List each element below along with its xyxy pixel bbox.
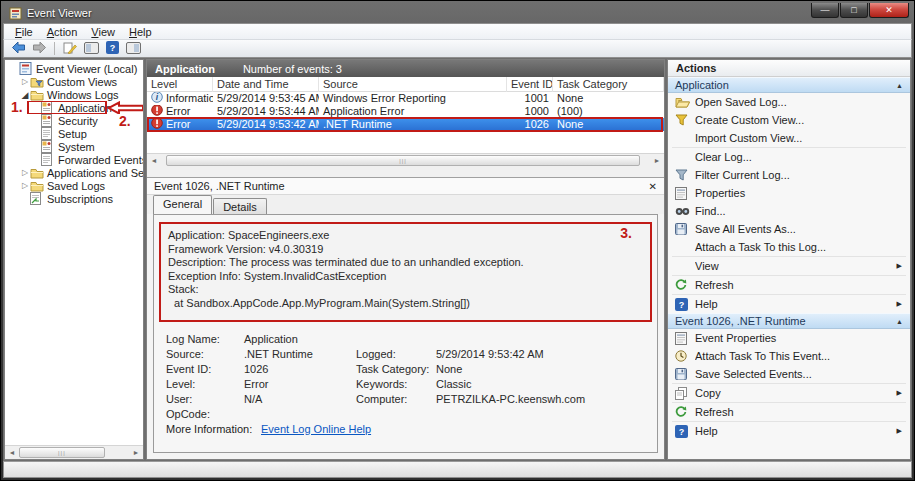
- tree-item-security[interactable]: Security: [5, 114, 143, 127]
- action-help[interactable]: ?Help▶: [668, 295, 910, 313]
- tree-item-label: Custom Views: [45, 76, 117, 88]
- action-filter-current-log[interactable]: Filter Current Log...: [668, 166, 910, 184]
- tree-horizontal-scrollbar[interactable]: ◄ ||| ►: [5, 445, 143, 459]
- tree-scroll-track[interactable]: |||: [19, 446, 129, 459]
- tree-item-label: Subscriptions: [45, 193, 113, 205]
- tree-item-setup[interactable]: Setup: [5, 127, 143, 140]
- toggle-action-pane-button[interactable]: [124, 41, 142, 57]
- event-row-1026[interactable]: Error5/29/2014 9:53:42 AM.NET Runtime102…: [147, 118, 664, 131]
- back-button[interactable]: [9, 41, 27, 57]
- help-button[interactable]: ?: [103, 41, 121, 57]
- action-copy[interactable]: Copy▶: [668, 384, 910, 402]
- forward-button[interactable]: [30, 41, 48, 57]
- action-attach-task-to-this-event[interactable]: Attach Task To This Event...: [668, 347, 910, 365]
- menu-file[interactable]: File: [8, 25, 40, 39]
- log-plain-icon: [41, 153, 56, 166]
- action-open-saved-log[interactable]: Open Saved Log...: [668, 93, 910, 111]
- events-scroll-track[interactable]: |||: [161, 154, 650, 167]
- preview-splitter[interactable]: [147, 167, 664, 177]
- collapse-section-icon[interactable]: ▲: [896, 318, 903, 325]
- menu-action[interactable]: Action: [40, 25, 85, 39]
- svg-text:?: ?: [109, 43, 115, 53]
- action-label: Create Custom View...: [695, 114, 904, 126]
- action-clear-log[interactable]: Clear Log...: [668, 148, 910, 166]
- general-tab-page: 3. Application: SpaceEngineers.exeFramew…: [153, 214, 658, 453]
- action-event-properties[interactable]: Event Properties: [668, 329, 910, 347]
- actions-section-application[interactable]: Application▲: [668, 77, 910, 93]
- collapse-section-icon[interactable]: ▲: [896, 82, 903, 89]
- column-header-event-id[interactable]: Event ID: [507, 77, 553, 92]
- info-circle-icon: i: [151, 92, 163, 105]
- tab-general[interactable]: General: [153, 195, 212, 214]
- close-preview-icon[interactable]: ✕: [649, 181, 657, 192]
- submenu-arrow-icon: ▶: [897, 389, 902, 397]
- maximize-button[interactable]: □: [840, 3, 868, 18]
- action-view[interactable]: View▶: [668, 257, 910, 275]
- tree-item-application[interactable]: Application1.: [5, 101, 143, 114]
- action-refresh[interactable]: Refresh: [668, 403, 910, 421]
- tree-scroll-thumb[interactable]: |||: [19, 447, 105, 458]
- minimize-button[interactable]: —: [811, 3, 839, 18]
- action-properties[interactable]: Properties: [668, 184, 910, 202]
- action-create-custom-view[interactable]: Create Custom View...: [668, 111, 910, 129]
- svg-text:?: ?: [679, 427, 685, 437]
- menubar: FileActionViewHelp: [3, 23, 912, 39]
- action-help[interactable]: ?Help▶: [668, 422, 910, 440]
- tree-item-saved-logs[interactable]: ▷Saved Logs: [5, 179, 143, 192]
- description-line: Description: The process was terminated …: [168, 256, 650, 270]
- column-header-level[interactable]: Level: [147, 77, 213, 92]
- event-level-text: Error: [166, 105, 190, 118]
- funnel-gray-icon: [675, 169, 695, 181]
- tree-item-forwarded-events[interactable]: Forwarded Events: [5, 153, 143, 166]
- scroll-right-arrow-icon[interactable]: ►: [650, 154, 664, 167]
- tree-item-applications-and-services-lo[interactable]: ▷Applications and Services Lo: [5, 166, 143, 179]
- tree-item-subscriptions[interactable]: Subscriptions: [5, 192, 143, 205]
- event-datetime: 5/29/2014 9:53:44 AM: [213, 105, 319, 118]
- field-value: .NET Runtime: [244, 348, 356, 360]
- export-log-button[interactable]: [61, 41, 79, 57]
- titlebar[interactable]: Event Viewer —□✕: [3, 3, 912, 23]
- events-scroll-thumb[interactable]: |||: [166, 155, 640, 166]
- action-attach-a-task-to-this-log[interactable]: Attach a Task To this Log...: [668, 238, 910, 256]
- tree-item-windows-logs[interactable]: ◢Windows Logs: [5, 88, 143, 101]
- expand-icon[interactable]: ▷: [20, 77, 30, 86]
- tab-details[interactable]: Details: [213, 198, 267, 214]
- copy-icon: [675, 387, 695, 400]
- console-tree-panel: Event Viewer (Local)▷Custom Views◢Window…: [4, 59, 144, 460]
- field-label: OpCode:: [166, 408, 244, 420]
- column-header-date-and-time[interactable]: Date and Time: [213, 77, 319, 92]
- tree-item-event-viewer-local-[interactable]: Event Viewer (Local): [5, 62, 143, 75]
- action-label: Open Saved Log...: [695, 96, 904, 108]
- event-row-1001[interactable]: iInformation5/29/2014 9:53:45 AMWindows …: [147, 92, 664, 105]
- action-label: Import Custom View...: [695, 132, 904, 144]
- actions-section-event-1026-net-runtime[interactable]: Event 1026, .NET Runtime▲: [668, 313, 910, 329]
- event-row-1000[interactable]: Error5/29/2014 9:53:44 AMApplication Err…: [147, 105, 664, 118]
- action-refresh[interactable]: Refresh: [668, 276, 910, 294]
- action-label: Properties: [695, 187, 904, 199]
- forward-arrow-icon: [32, 41, 47, 56]
- scroll-right-arrow-icon[interactable]: ►: [129, 446, 143, 459]
- events-horizontal-scrollbar[interactable]: ◄ ||| ►: [147, 153, 664, 167]
- collapse-icon[interactable]: ◢: [20, 90, 30, 100]
- scroll-left-arrow-icon[interactable]: ◄: [147, 154, 161, 167]
- action-save-selected-events[interactable]: Save Selected Events...: [668, 365, 910, 383]
- action-find[interactable]: Find...: [668, 202, 910, 220]
- event-log-online-help-link[interactable]: Event Log Online Help: [261, 423, 371, 435]
- action-import-custom-view[interactable]: Import Custom View...: [668, 129, 910, 147]
- column-header-task-category[interactable]: Task Category: [553, 77, 664, 92]
- scroll-left-arrow-icon[interactable]: ◄: [5, 446, 19, 459]
- event-datetime: 5/29/2014 9:53:45 AM: [213, 92, 319, 105]
- description-line: Framework Version: v4.0.30319: [168, 243, 650, 257]
- menu-view[interactable]: View: [84, 25, 122, 39]
- expand-icon[interactable]: ▷: [20, 181, 30, 190]
- tree-item-custom-views[interactable]: ▷Custom Views: [5, 75, 143, 88]
- expand-icon[interactable]: ▷: [20, 168, 30, 177]
- action-save-all-events-as[interactable]: Save All Events As...: [668, 220, 910, 238]
- column-header-source[interactable]: Source: [319, 77, 507, 92]
- tree-item-system[interactable]: System: [5, 140, 143, 153]
- close-button[interactable]: ✕: [869, 3, 909, 18]
- menu-help[interactable]: Help: [122, 25, 159, 39]
- event-id: 1000: [507, 105, 553, 118]
- toggle-console-tree-button[interactable]: [82, 41, 100, 57]
- help-blue-icon: ?: [675, 298, 695, 311]
